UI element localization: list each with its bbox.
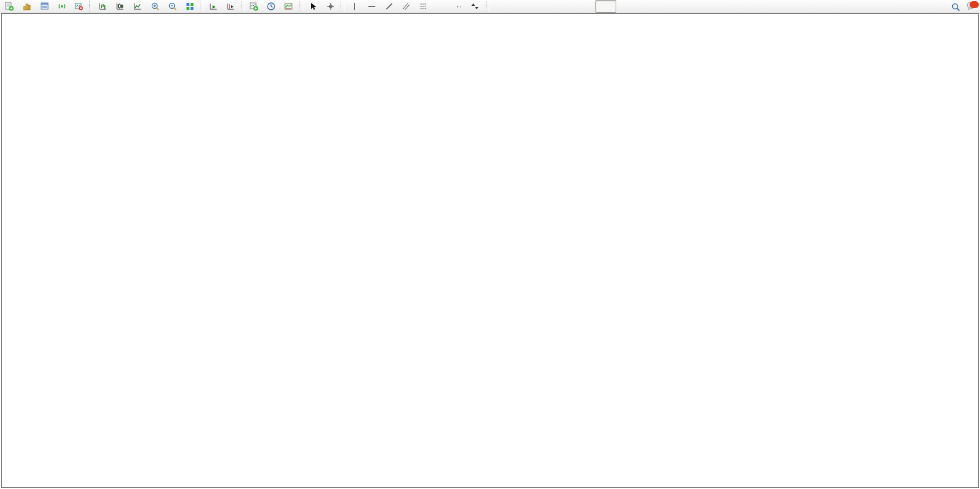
fibonacci-icon bbox=[419, 2, 429, 11]
toolbar-separator bbox=[89, 1, 93, 12]
timeframe-group bbox=[491, 0, 679, 13]
indicators-icon bbox=[249, 2, 258, 11]
chart-shift-button[interactable] bbox=[222, 0, 240, 13]
chart-shift-icon bbox=[226, 2, 236, 11]
bar-chart-button[interactable] bbox=[94, 0, 112, 13]
search-icon[interactable] bbox=[951, 2, 960, 12]
zoom-out-icon bbox=[168, 2, 177, 11]
bar-chart-icon bbox=[98, 2, 108, 11]
line-chart-button[interactable] bbox=[129, 0, 147, 13]
crosshair-icon bbox=[326, 2, 335, 11]
autotrading-icon bbox=[74, 2, 83, 11]
toolbar-separator bbox=[299, 1, 303, 12]
signals-button[interactable] bbox=[53, 0, 71, 13]
new-order-icon bbox=[5, 2, 14, 11]
timeframe-w1[interactable] bbox=[637, 0, 658, 13]
vertical-line-icon bbox=[350, 2, 359, 11]
periods-button[interactable] bbox=[264, 0, 281, 13]
line-chart-icon bbox=[133, 2, 142, 11]
timeframe-h4[interactable] bbox=[595, 0, 616, 13]
charts-icon bbox=[23, 2, 32, 11]
chat-badge bbox=[970, 1, 979, 8]
toolbar-separator bbox=[200, 1, 204, 12]
tile-windows-button[interactable] bbox=[181, 0, 199, 13]
text-label-icon bbox=[457, 6, 460, 7]
new-order-button[interactable] bbox=[1, 0, 19, 13]
arrows-button[interactable] bbox=[467, 0, 485, 13]
templates-icon bbox=[284, 2, 293, 11]
data-window-icon bbox=[40, 2, 49, 11]
chart-canvas[interactable] bbox=[0, 0, 980, 489]
cursor-button[interactable] bbox=[305, 0, 322, 13]
auto-scroll-icon bbox=[209, 2, 218, 11]
periods-icon bbox=[266, 2, 276, 11]
trendline-button[interactable] bbox=[381, 0, 398, 13]
equidistant-channel-icon bbox=[402, 2, 411, 11]
main-toolbar bbox=[0, 0, 980, 13]
auto-scroll-button[interactable] bbox=[205, 0, 222, 13]
zoom-in-icon bbox=[151, 2, 160, 11]
text-label-button[interactable] bbox=[450, 0, 467, 13]
tile-windows-icon bbox=[185, 2, 195, 11]
templates-button[interactable] bbox=[281, 0, 298, 13]
toolbar-separator bbox=[341, 1, 345, 12]
charts-button[interactable] bbox=[19, 0, 36, 13]
crosshair-button[interactable] bbox=[322, 0, 339, 13]
chat-button[interactable] bbox=[966, 1, 975, 13]
fibonacci-button[interactable] bbox=[415, 0, 433, 13]
timeframe-m30[interactable] bbox=[554, 0, 575, 13]
text-button[interactable] bbox=[433, 0, 450, 13]
candlesticks-icon bbox=[116, 2, 125, 11]
timeframe-m15[interactable] bbox=[533, 0, 554, 13]
timeframe-m5[interactable] bbox=[512, 0, 533, 13]
mt4-window bbox=[0, 0, 980, 489]
candlesticks-button[interactable] bbox=[112, 0, 129, 13]
toolbar-separator bbox=[486, 1, 490, 12]
zoom-in-button[interactable] bbox=[147, 0, 164, 13]
signals-icon bbox=[57, 2, 67, 11]
trendline-icon bbox=[385, 2, 394, 11]
data-window-button[interactable] bbox=[36, 0, 53, 13]
vertical-line-button[interactable] bbox=[346, 0, 363, 13]
horizontal-line-button[interactable] bbox=[363, 0, 381, 13]
toolbar-separator bbox=[241, 1, 245, 12]
timeframe-mn[interactable] bbox=[658, 0, 679, 13]
zoom-out-button[interactable] bbox=[164, 0, 181, 13]
chart-title[interactable] bbox=[6, 17, 8, 24]
timeframe-h1[interactable] bbox=[575, 0, 595, 13]
cursor-icon bbox=[309, 2, 318, 11]
timeframe-d1[interactable] bbox=[616, 0, 637, 13]
timeframe-m1[interactable] bbox=[491, 0, 512, 13]
indicators-button[interactable] bbox=[246, 0, 264, 13]
equidistant-channel-button[interactable] bbox=[398, 0, 415, 13]
autotrading-button[interactable] bbox=[71, 0, 88, 13]
arrows-icon bbox=[470, 2, 480, 11]
horizontal-line-icon bbox=[367, 2, 376, 11]
